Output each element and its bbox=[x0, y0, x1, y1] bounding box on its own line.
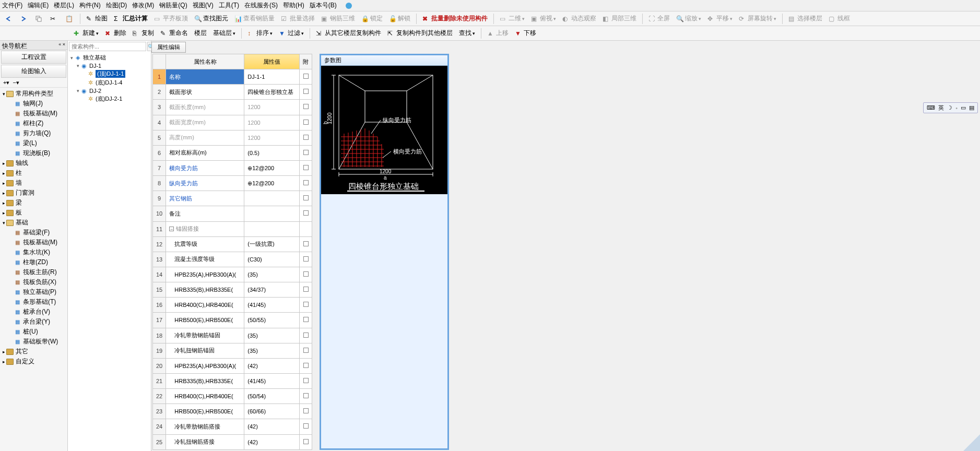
tree-item[interactable]: ▦现浇板(B) bbox=[1, 148, 66, 158]
table-row[interactable]: 7横向受力筋⊕12@200 bbox=[153, 160, 312, 175]
table-row[interactable]: 20HPB235(A),HPB300(A)((42) bbox=[153, 358, 312, 373]
table-row[interactable]: 10备注 bbox=[153, 206, 312, 221]
copy-icon-button[interactable] bbox=[32, 13, 46, 25]
copy-button[interactable]: ⎘复制 bbox=[130, 28, 157, 39]
resize-handle[interactable] bbox=[963, 434, 980, 451]
table-row[interactable]: 24冷轧带肋钢筋搭接(42) bbox=[153, 419, 312, 434]
redo-button[interactable] bbox=[17, 13, 31, 25]
rot-button[interactable]: ⟳屏幕旋转▾ bbox=[736, 13, 779, 25]
table-row[interactable]: 22HRB400(C),HRB400E((50/54) bbox=[153, 389, 312, 404]
new-button[interactable]: ✚新建▾ bbox=[71, 28, 101, 39]
nav-collapse[interactable]: « × bbox=[58, 42, 65, 47]
tree-group[interactable]: ▾◉DJ-1 bbox=[69, 62, 150, 69]
find-button[interactable]: 查找▾ bbox=[456, 28, 478, 39]
table-row[interactable]: 1名称DJ-1-1 bbox=[153, 69, 312, 85]
tree-folder[interactable]: ▸自定义 bbox=[1, 357, 66, 366]
tree-leaf[interactable]: ✲(顶)DJ-1-1 bbox=[69, 69, 150, 78]
viewrebar-button[interactable]: 📊查看钢筋量 bbox=[232, 13, 277, 25]
tree-item[interactable]: ▦条形基础(T) bbox=[1, 297, 66, 307]
full-button[interactable]: ⛶全屏 bbox=[646, 13, 672, 25]
unlock-button[interactable]: 🔓解锁 bbox=[386, 13, 413, 25]
tree-item[interactable]: ▦剪力墙(Q) bbox=[1, 128, 66, 138]
tree-item[interactable]: ▦筏板基础(M) bbox=[1, 238, 66, 247]
table-row[interactable]: 5高度(mm)1200 bbox=[153, 130, 312, 145]
local3d-button[interactable]: ◧局部三维 bbox=[600, 13, 639, 25]
filter-button[interactable]: ▼过滤▾ bbox=[276, 28, 306, 39]
nav-projset[interactable]: 工程设置 bbox=[1, 51, 66, 64]
menu-item[interactable]: 工具(T) bbox=[219, 2, 239, 9]
tree-item[interactable]: ▦筏板负筋(X) bbox=[1, 277, 66, 287]
findel-button[interactable]: 🔍查找图元 bbox=[192, 13, 231, 25]
tree-root[interactable]: ▾◈独立基础 bbox=[69, 53, 150, 62]
tree-item[interactable]: ▦筏板基础(M) bbox=[1, 109, 66, 118]
table-row[interactable]: 2截面形状四棱锥台形独立基 bbox=[153, 85, 312, 100]
table-row[interactable]: 3截面长度(mm)1200 bbox=[153, 100, 312, 115]
table-row[interactable]: 19冷轧扭钢筋锚固(35) bbox=[153, 343, 312, 358]
menu-item[interactable]: 视图(V) bbox=[193, 2, 214, 9]
ime-kbd-icon[interactable]: ▭ bbox=[961, 104, 966, 111]
menu-item[interactable]: 版本号(B) bbox=[310, 2, 337, 9]
tree-item[interactable]: ▦桩(U) bbox=[1, 327, 66, 337]
menu-item[interactable]: 在线服务(S) bbox=[244, 2, 278, 9]
table-row[interactable]: 6相对底标高(m)(0.5) bbox=[153, 145, 312, 160]
bird-button[interactable]: ▣俯视▾ bbox=[528, 13, 559, 25]
table-row[interactable]: 9其它钢筋 bbox=[153, 191, 312, 206]
table-row[interactable]: 25冷轧扭钢筋搭接(42) bbox=[153, 434, 312, 449]
menu-item[interactable]: 楼层(L) bbox=[54, 2, 74, 9]
pan-button[interactable]: ✥平移▾ bbox=[705, 13, 735, 25]
dyn-button[interactable]: ◐动态观察 bbox=[560, 13, 599, 25]
batchsel-button[interactable]: ☑批量选择 bbox=[278, 13, 317, 25]
lock-button[interactable]: 🔒锁定 bbox=[359, 13, 385, 25]
category-tree[interactable]: ▾常用构件类型▦轴网(J)▦筏板基础(M)▦框柱(Z)▦剪力墙(Q)▦梁(L)▦… bbox=[0, 88, 67, 451]
menu-item[interactable]: 帮助(H) bbox=[283, 2, 304, 9]
tree-item[interactable]: ▦桩承台(V) bbox=[1, 307, 66, 317]
tree-item[interactable]: ▦柱墩(ZD) bbox=[1, 257, 66, 267]
ime-toolbar[interactable]: ⌨ 英 ☽ • ▭ ▤ bbox=[923, 102, 978, 113]
tree-item[interactable]: ▦梁(L) bbox=[1, 138, 66, 148]
table-row[interactable]: 16HRB400(C),HRB400E((41/45) bbox=[153, 298, 312, 313]
nav-tool-del[interactable]: −▾ bbox=[13, 79, 19, 86]
table-row[interactable]: 12抗震等级(一级抗震) bbox=[153, 236, 312, 252]
nav-drawinput[interactable]: 绘图输入 bbox=[1, 65, 66, 78]
tree-item[interactable]: ▦集水坑(K) bbox=[1, 247, 66, 257]
down-button[interactable]: ▼下移 bbox=[512, 28, 539, 39]
nav-tool-add[interactable]: +▾ bbox=[3, 79, 9, 86]
tree-item[interactable]: ▦独立基础(P) bbox=[1, 287, 66, 297]
table-row[interactable]: 17HRB500(E),HRB500E((50/55) bbox=[153, 313, 312, 328]
tree-folder[interactable]: ▸柱 bbox=[1, 168, 66, 178]
search-input[interactable] bbox=[69, 42, 146, 51]
tree-group[interactable]: ▾◉DJ-2 bbox=[69, 87, 150, 94]
copyfrom-button[interactable]: ⇲从其它楼层复制构件 bbox=[313, 28, 384, 39]
tree-leaf[interactable]: ✲(底)DJ-2-1 bbox=[69, 94, 150, 103]
2d-button[interactable]: ▭二维▾ bbox=[497, 13, 527, 25]
tree-folder[interactable]: ▸板 bbox=[1, 208, 66, 218]
tree-folder[interactable]: ▸梁 bbox=[1, 198, 66, 208]
table-row[interactable]: 23HRB500(E),HRB500E((60/66) bbox=[153, 404, 312, 419]
tree-item[interactable]: ▦筏板主筋(R) bbox=[1, 267, 66, 277]
menu-item[interactable]: 构件(N) bbox=[79, 2, 101, 9]
undo-button[interactable] bbox=[2, 13, 16, 25]
zoom-button[interactable]: 🔍缩放▾ bbox=[674, 13, 704, 25]
sum-button[interactable]: Σ汇总计算 bbox=[111, 13, 150, 25]
component-tree[interactable]: ▾◈独立基础▾◉DJ-1✲(顶)DJ-1-1✲(底)DJ-1-4▾◉DJ-2✲(… bbox=[68, 52, 151, 451]
tab-property[interactable]: 属性编辑 bbox=[151, 42, 186, 53]
tree-item[interactable]: ▦框柱(Z) bbox=[1, 118, 66, 128]
selfloor-button[interactable]: ▤选择楼层 bbox=[786, 13, 825, 25]
tree-item[interactable]: ▦轴网(J) bbox=[1, 99, 66, 109]
tree-folder[interactable]: ▸轴线 bbox=[1, 158, 66, 168]
tree-folder[interactable]: ▾基础 bbox=[1, 218, 66, 228]
tree-leaf[interactable]: ✲(底)DJ-1-4 bbox=[69, 78, 150, 87]
tree-folder[interactable]: ▸墙 bbox=[1, 178, 66, 188]
wire-button[interactable]: ▢线框 bbox=[826, 13, 853, 25]
batchdel-button[interactable]: ✖批量删除未使用构件 bbox=[420, 13, 490, 25]
paste-icon-button[interactable]: 📋 bbox=[63, 13, 77, 25]
table-row[interactable]: 11−锚固搭接 bbox=[153, 221, 312, 236]
table-row[interactable]: 13混凝土强度等级(C30) bbox=[153, 252, 312, 267]
del-button[interactable]: ✖删除 bbox=[102, 28, 129, 39]
table-row[interactable]: 4截面宽度(mm)1200 bbox=[153, 115, 312, 130]
ime-moon-icon[interactable]: ☽ bbox=[947, 104, 952, 111]
menu-item[interactable]: 绘图(D) bbox=[106, 2, 127, 9]
flattop-button[interactable]: ▭平齐板顶 bbox=[151, 13, 191, 25]
tree-item[interactable]: ▦承台梁(Y) bbox=[1, 317, 66, 327]
menu-item[interactable]: 修改(M) bbox=[132, 2, 154, 9]
